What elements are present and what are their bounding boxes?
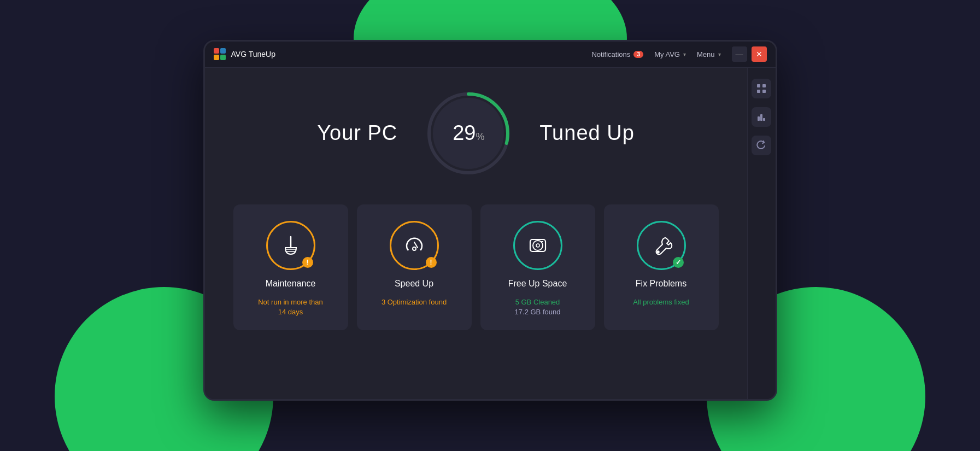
freeup-card-title: Free Up Space — [508, 279, 567, 289]
title-bar-right: Notifications 3 My AVG ▾ Menu ▾ — ✕ — [591, 46, 766, 62]
freeup-icon-wrapper — [513, 221, 562, 270]
hero-section: Your PC 29% — [317, 90, 635, 177]
wrench-icon — [648, 232, 674, 259]
minimize-button[interactable]: — — [732, 46, 747, 62]
my-avg-chevron: ▾ — [683, 51, 686, 57]
menu-button[interactable]: Menu ▾ — [697, 50, 721, 58]
freeup-card[interactable]: Free Up Space 5 GB Cleaned 17.2 GB found — [480, 204, 595, 330]
cards-row: ! Maintenance Not run in more than 14 da… — [221, 204, 731, 330]
freeup-icon-circle — [513, 221, 562, 270]
my-avg-button[interactable]: My AVG ▾ — [654, 50, 686, 58]
my-avg-label: My AVG — [654, 50, 680, 58]
speedup-card-title: Speed Up — [395, 279, 433, 289]
notifications-button[interactable]: Notifications 3 — [591, 50, 643, 58]
fixproblems-icon-wrapper: ✓ — [637, 221, 686, 270]
maintenance-card-status: Not run in more than 14 days — [258, 297, 323, 317]
menu-label: Menu — [697, 50, 715, 58]
main-content: Your PC 29% — [205, 68, 776, 399]
close-button[interactable]: ✕ — [752, 46, 767, 62]
logo-red — [214, 48, 219, 54]
title-bar: AVG TuneUp Notifications 3 My AVG ▾ Menu… — [205, 42, 776, 68]
avg-logo — [214, 48, 226, 60]
maintenance-card-title: Maintenance — [266, 279, 316, 289]
progress-value: 29% — [453, 121, 484, 145]
fixproblems-card[interactable]: ✓ Fix Problems All problems fixed — [604, 204, 719, 330]
svg-point-12 — [536, 244, 539, 247]
menu-chevron: ▾ — [718, 51, 721, 57]
app-window: AVG TuneUp Notifications 3 My AVG ▾ Menu… — [203, 40, 777, 401]
grid-icon — [756, 84, 766, 93]
disk-icon — [525, 232, 551, 259]
center-content: Your PC 29% — [205, 68, 747, 399]
logo-blue — [220, 48, 226, 54]
svg-rect-19 — [758, 116, 760, 121]
maintenance-card[interactable]: ! Maintenance Not run in more than 14 da… — [233, 204, 348, 330]
chart-icon — [756, 112, 766, 122]
chart-icon-button[interactable] — [752, 107, 771, 127]
progress-inner: 29% — [433, 98, 504, 169]
notifications-label: Notifications — [591, 50, 630, 58]
svg-rect-17 — [757, 90, 760, 93]
title-bar-left: AVG TuneUp — [214, 48, 275, 60]
refresh-icon — [756, 140, 766, 150]
app-name: AVG TuneUp — [231, 50, 275, 58]
speedup-icon-wrapper: ! — [390, 221, 439, 270]
hero-text-right: Tuned Up — [539, 121, 634, 145]
speedometer-icon — [401, 232, 427, 259]
right-sidebar — [747, 68, 776, 399]
hero-text-left: Your PC — [317, 121, 397, 145]
speedup-card-status: 3 Optimization found — [382, 297, 447, 307]
logo-green — [220, 55, 226, 60]
maintenance-icon-wrapper: ! — [266, 221, 315, 270]
svg-point-14 — [657, 251, 659, 253]
svg-rect-16 — [762, 84, 766, 87]
svg-rect-15 — [757, 84, 760, 87]
svg-rect-18 — [762, 90, 766, 93]
speedup-card[interactable]: ! Speed Up 3 Optimization found — [357, 204, 472, 330]
speedup-status-dot: ! — [426, 257, 437, 268]
maintenance-status-dot: ! — [302, 257, 313, 268]
fixproblems-status-dot: ✓ — [673, 257, 684, 268]
refresh-icon-button[interactable] — [752, 136, 771, 155]
progress-unit: % — [476, 131, 484, 142]
laptop-wrapper: AVG TuneUp Notifications 3 My AVG ▾ Menu… — [203, 40, 777, 412]
notifications-badge: 3 — [633, 51, 643, 58]
fixproblems-card-title: Fix Problems — [636, 279, 686, 289]
logo-yellow — [214, 55, 219, 60]
window-controls: — ✕ — [732, 46, 767, 62]
progress-ring: 29% — [425, 90, 512, 177]
freeup-card-status: 5 GB Cleaned 17.2 GB found — [515, 297, 561, 317]
fixproblems-card-status: All problems fixed — [633, 297, 689, 307]
svg-point-6 — [413, 247, 416, 250]
svg-rect-20 — [760, 114, 762, 121]
broom-icon — [278, 232, 304, 259]
svg-rect-21 — [763, 118, 765, 121]
grid-icon-button[interactable] — [752, 79, 771, 98]
